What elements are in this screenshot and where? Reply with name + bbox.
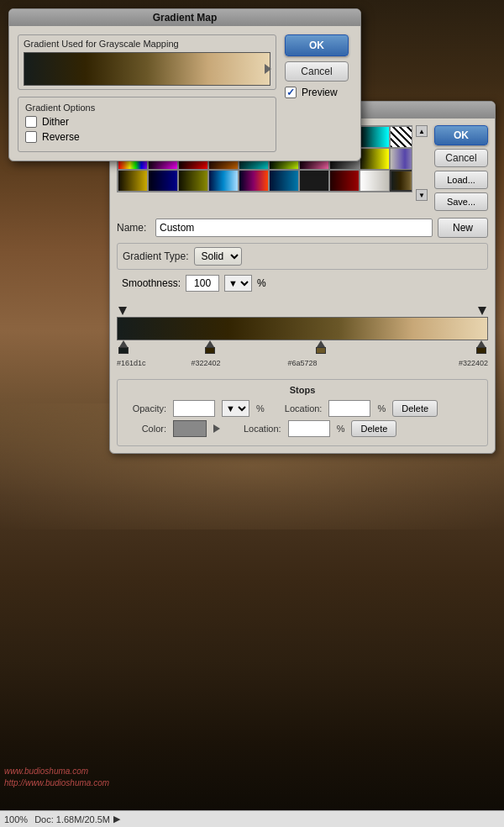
name-field-label: Name: — [117, 222, 150, 234]
preset-white-tr[interactable] — [360, 170, 390, 192]
color-stop-3[interactable] — [476, 340, 486, 354]
stops-title: Stops — [124, 385, 480, 395]
color-arrow-icon[interactable] — [213, 424, 220, 433]
dither-label: Dither — [42, 116, 69, 128]
scroll-down-arrow[interactable]: ▼ — [416, 189, 428, 201]
watermark: www.budioshuma.com http://www.budioshuma… — [0, 766, 109, 789]
color-stops-row — [117, 340, 488, 357]
color-location-percent: % — [337, 424, 345, 434]
preset-bluegreen[interactable] — [269, 170, 299, 192]
preset-olive[interactable] — [178, 170, 208, 192]
opacity-stops-row — [117, 303, 488, 317]
opacity-location-percent: % — [377, 403, 386, 414]
reverse-row: Reverse — [25, 131, 269, 143]
gradient-editor-load-button[interactable]: Load... — [434, 171, 488, 189]
preset-ocean[interactable] — [208, 170, 239, 192]
gradient-preview-arrow-icon — [265, 64, 271, 74]
preset-gold[interactable] — [118, 170, 148, 192]
opacity-input[interactable] — [173, 400, 215, 417]
editor-buttons: OK Cancel Load... Save... — [434, 125, 488, 211]
preset-navy[interactable] — [148, 170, 178, 192]
gradient-used-title: Gradient Used for Grayscale Mapping — [24, 39, 270, 49]
dialog-right: OK Cancel ✓ Preview — [285, 34, 352, 152]
scroll-up-arrow[interactable]: ▲ — [416, 125, 428, 137]
preset-dark[interactable] — [299, 170, 329, 192]
stop-label-3: #322402 — [459, 359, 488, 367]
preset-yellow[interactable] — [360, 148, 390, 170]
zoom-level: 100% — [4, 814, 28, 824]
color-location-label: Location: — [244, 424, 281, 434]
smoothness-dropdown[interactable]: ▼ — [224, 275, 252, 292]
opacity-field-label: Opacity: — [124, 403, 166, 414]
smoothness-label: Smoothness: — [122, 277, 181, 289]
gradient-type-select[interactable]: Solid — [194, 247, 242, 266]
gradient-map-dialog: Gradient Map Gradient Used for Grayscale… — [8, 8, 361, 161]
dialog-body: Gradient Used for Grayscale Mapping Grad… — [9, 26, 360, 161]
status-bar: 100% Doc: 1.68M/20.5M ▶ — [0, 810, 504, 827]
color-field-label: Color: — [124, 424, 166, 434]
opacity-delete-button[interactable]: Delete — [392, 400, 438, 417]
doc-arrow-icon[interactable]: ▶ — [113, 814, 120, 824]
color-stop-1[interactable] — [205, 340, 215, 354]
dither-row: Dither — [25, 116, 269, 128]
presets-row-3 — [118, 170, 412, 192]
type-field-label: Gradient Type: — [123, 250, 189, 262]
color-preview[interactable] — [173, 420, 207, 437]
name-input[interactable] — [155, 219, 433, 237]
gradient-type-row: Gradient Type: Solid — [117, 243, 488, 270]
preview-checkmark: ✓ — [286, 87, 295, 97]
dialog-title: Gradient Map — [153, 12, 218, 24]
new-button[interactable]: New — [438, 218, 488, 238]
opacity-stop-right[interactable] — [478, 307, 486, 315]
dialog-left: Gradient Used for Grayscale Mapping Grad… — [18, 34, 276, 152]
preview-label: Preview — [302, 87, 338, 98]
gradient-preview-bar[interactable] — [24, 52, 270, 86]
opacity-dropdown[interactable]: ▼ — [222, 400, 249, 417]
name-row: Name: New — [117, 218, 488, 238]
gradient-bar[interactable] — [117, 317, 488, 340]
preset-reddark[interactable] — [329, 170, 360, 192]
gradient-bar-area: #161d1c #322402 #6a5728 #322402 — [110, 303, 495, 372]
gradient-options-title: Gradient Options — [25, 103, 269, 113]
opacity-percent: % — [256, 403, 265, 414]
reverse-label: Reverse — [42, 131, 80, 143]
gradient-editor-save-button[interactable]: Save... — [434, 192, 488, 211]
gradient-used-group: Gradient Used for Grayscale Mapping — [18, 34, 276, 90]
preset-stripe[interactable] — [390, 126, 412, 148]
dither-checkbox[interactable] — [25, 116, 37, 128]
opacity-row: Opacity: ▼ % Location: % Delete — [124, 400, 480, 417]
stops-section: Stops Opacity: ▼ % Location: % Delete Co… — [117, 379, 488, 446]
reverse-checkbox[interactable] — [25, 131, 37, 143]
color-row: Color: Location: % Delete — [124, 420, 480, 437]
gradient-editor-ok-button[interactable]: OK — [434, 125, 488, 145]
gradient-options-group: Gradient Options Dither Reverse — [18, 97, 276, 152]
preview-checkbox[interactable]: ✓ — [285, 87, 297, 98]
preset-sunset[interactable] — [239, 170, 269, 192]
preset-sepia[interactable] — [390, 170, 412, 192]
opacity-location-label: Location: — [285, 403, 323, 414]
ok-button[interactable]: OK — [285, 34, 349, 56]
preset-cyan[interactable] — [360, 126, 390, 148]
smoothness-input[interactable] — [186, 275, 219, 292]
opacity-stop-left[interactable] — [118, 307, 127, 315]
doc-info: Doc: 1.68M/20.5M — [34, 814, 110, 824]
color-stop-2[interactable] — [316, 340, 326, 354]
smoothness-unit: % — [257, 277, 266, 289]
dialog-titlebar: Gradient Map — [9, 9, 360, 26]
opacity-location-input[interactable] — [328, 400, 370, 417]
preset-transparent-multi[interactable] — [390, 148, 412, 170]
color-delete-button[interactable]: Delete — [351, 420, 396, 437]
presets-scroll: ▲ ▼ — [416, 125, 428, 201]
stop-label-0: #161d1c — [117, 359, 146, 367]
color-stop-0[interactable] — [118, 340, 129, 354]
smoothness-row: Smoothness: ▼ % — [117, 273, 488, 293]
preview-row: ✓ Preview — [285, 87, 352, 98]
stop-label-1: #322402 — [191, 359, 220, 367]
stop-label-2: #6a5728 — [287, 359, 317, 367]
gradient-editor-cancel-button[interactable]: Cancel — [434, 149, 488, 167]
color-location-input[interactable] — [288, 420, 330, 437]
stop-labels-row: #161d1c #322402 #6a5728 #322402 — [117, 359, 488, 372]
cancel-button[interactable]: Cancel — [285, 61, 349, 82]
